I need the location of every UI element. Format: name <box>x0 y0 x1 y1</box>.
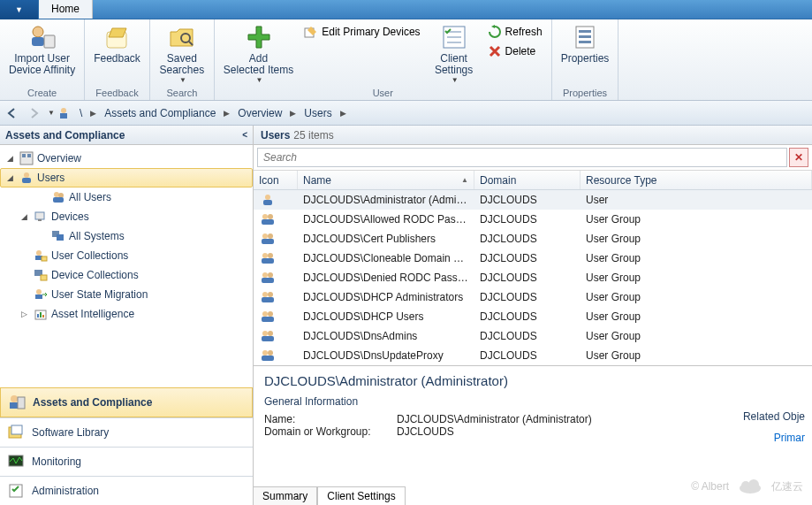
tree-devices[interactable]: ◢Devices <box>0 207 253 226</box>
tree-all-systems[interactable]: All Systems <box>0 226 253 246</box>
svg-rect-25 <box>35 212 44 219</box>
folder-search-icon <box>168 23 196 51</box>
navigation-tree: ◢Overview ◢Users All Users ◢Devices All … <box>0 145 253 387</box>
search-input[interactable] <box>257 148 787 167</box>
svg-point-34 <box>36 289 42 295</box>
label: Asset Intelligence <box>51 308 134 320</box>
table-row[interactable]: DJCLOUDS\Cert PublishersDJCLOUDSUser Gro… <box>254 229 812 249</box>
sort-asc-icon: ▲ <box>461 176 468 184</box>
app-menu-button[interactable]: ▼ <box>0 0 39 19</box>
left-panel-title: Assets and Compliance <box>5 129 125 142</box>
col-icon[interactable]: Icon <box>254 171 298 189</box>
table-row[interactable]: DJCLOUDS\Cloneable Domain Co...DJCLOUDSU… <box>254 249 812 268</box>
tab-summary[interactable]: Summary <box>254 487 317 505</box>
svg-rect-48 <box>263 200 272 205</box>
tab-client-settings[interactable]: Client Settings <box>317 486 405 505</box>
tree-user-state-migration[interactable]: User State Migration <box>0 285 253 304</box>
table-row[interactable]: DJCLOUDS\DnsAdminsDJCLOUDSUser Group <box>254 326 812 346</box>
group-title: Search <box>156 87 209 100</box>
tree-overview[interactable]: ◢Overview <box>0 149 253 168</box>
tab-home[interactable]: Home <box>39 0 93 19</box>
edit-primary-devices-button[interactable]: Edit Primary Devices <box>300 23 423 41</box>
cell-resource-type: User Group <box>581 309 812 325</box>
chevron-down-icon: ▼ <box>15 5 23 14</box>
expand-icon: ▷ <box>21 310 30 318</box>
nav-forward-button[interactable] <box>25 104 42 122</box>
home-icon[interactable] <box>58 106 72 120</box>
tree-all-users[interactable]: All Users <box>0 187 253 207</box>
wunder-administration[interactable]: Administration <box>0 476 253 505</box>
delete-button[interactable]: Delete <box>484 42 546 60</box>
crumb-users[interactable]: Users <box>300 105 335 121</box>
wunder-assets[interactable]: Assets and Compliance <box>0 387 253 417</box>
add-selected-items-button[interactable]: Add Selected Items▼ <box>220 21 297 86</box>
svg-point-53 <box>268 233 273 239</box>
refresh-button[interactable]: Refresh <box>484 23 546 41</box>
table-row[interactable]: DJCLOUDS\DnsUpdateProxyDJCLOUDSUser Grou… <box>254 346 812 365</box>
crumb-overview[interactable]: Overview <box>234 105 285 121</box>
tree-users[interactable]: ◢Users <box>0 168 253 187</box>
svg-point-70 <box>262 350 268 356</box>
table-row[interactable]: DJCLOUDS\DHCP AdministratorsDJCLOUDSUser… <box>254 287 812 307</box>
svg-point-49 <box>262 214 268 219</box>
svg-point-65 <box>268 311 273 317</box>
search-row: ✕ <box>254 145 812 171</box>
label: Properties <box>561 53 610 65</box>
users-icon <box>51 190 65 204</box>
section-title: General Information <box>264 395 592 408</box>
user-icon <box>19 171 34 185</box>
col-domain[interactable]: Domain <box>474 171 581 189</box>
group-title: Feedback <box>90 87 144 100</box>
grid-body: DJCLOUDS\Administrator (Admin...DJCLOUDS… <box>254 190 812 365</box>
svg-rect-1 <box>32 37 44 46</box>
tree-device-collections[interactable]: Device Collections <box>0 265 253 285</box>
delete-icon <box>488 44 502 58</box>
cell-name: DJCLOUDS\DnsAdmins <box>298 328 474 344</box>
client-settings-button[interactable]: Client Settings▼ <box>428 21 481 86</box>
group-icon <box>254 249 298 267</box>
col-name[interactable]: Name▲ <box>298 171 474 189</box>
list-title: Users <box>261 129 290 142</box>
crumb-root[interactable]: \ <box>76 105 86 121</box>
label: Software Library <box>32 426 109 439</box>
assets-icon <box>8 394 26 411</box>
svg-rect-14 <box>579 41 591 43</box>
wunder-monitoring[interactable]: Monitoring <box>0 447 253 476</box>
table-row[interactable]: DJCLOUDS\DHCP UsersDJCLOUDSUser Group <box>254 307 812 326</box>
properties-button[interactable]: Properties <box>558 21 613 66</box>
collapse-icon[interactable]: < <box>242 130 247 140</box>
cell-resource-type: User Group <box>581 231 812 247</box>
svg-point-20 <box>24 172 29 178</box>
label: Client Settings <box>435 53 473 76</box>
tree-user-collections[interactable]: User Collections <box>0 246 253 265</box>
properties-icon <box>571 23 599 51</box>
software-icon <box>7 424 25 441</box>
table-row[interactable]: DJCLOUDS\Allowed RODC Passw...DJCLOUDSUs… <box>254 210 812 229</box>
search-clear-button[interactable]: ✕ <box>789 148 808 167</box>
nav-back-button[interactable] <box>4 104 21 122</box>
table-row[interactable]: DJCLOUDS\Denied RODC Passwo...DJCLOUDSUs… <box>254 268 812 287</box>
svg-rect-35 <box>35 295 42 299</box>
col-resource-type[interactable]: Resource Type <box>581 171 812 189</box>
svg-point-50 <box>268 214 273 219</box>
tree-asset-intelligence[interactable]: ▷Asset Intelligence <box>0 304 253 324</box>
label: Saved Searches <box>160 53 205 76</box>
wunder-software[interactable]: Software Library <box>0 417 253 447</box>
domain-label: Domain or Workgroup: <box>264 425 397 438</box>
label: Import User Device Affinity <box>9 53 75 76</box>
saved-searches-button[interactable]: Saved Searches▼ <box>156 21 209 86</box>
label: All Systems <box>69 230 125 242</box>
primary-link[interactable]: Primar <box>774 432 805 444</box>
title-tabs: ▼ Home <box>0 0 812 19</box>
table-row[interactable]: DJCLOUDS\Administrator (Admin...DJCLOUDS… <box>254 190 812 210</box>
chevron-down-icon: ▼ <box>256 76 263 84</box>
import-user-device-affinity-button[interactable]: Import User Device Affinity <box>5 21 79 78</box>
label: Edit Primary Devices <box>322 26 420 38</box>
crumb-assets[interactable]: Assets and Compliance <box>101 105 219 121</box>
chevron-down-icon[interactable]: ▼ <box>48 109 55 117</box>
ribbon-group-search: Saved Searches▼ Search <box>150 19 215 100</box>
feedback-button[interactable]: Feedback <box>90 21 144 66</box>
breadcrumb: \ ▶ Assets and Compliance ▶ Overview ▶ U… <box>76 105 349 121</box>
plus-icon <box>245 23 273 51</box>
cell-name: DJCLOUDS\Denied RODC Passwo... <box>298 270 474 286</box>
